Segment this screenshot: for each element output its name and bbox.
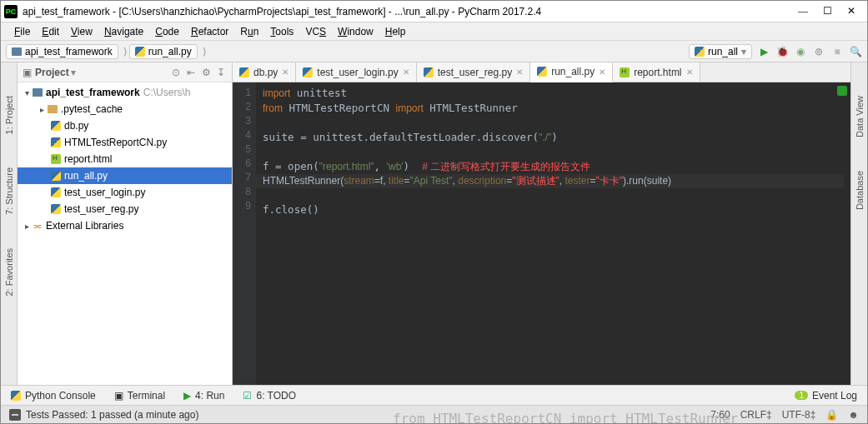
settings-icon[interactable]: ⚙ xyxy=(200,67,212,78)
code-content[interactable]: import unittest from HTMLTestReportCN im… xyxy=(256,82,850,385)
tab-label: run_all.py xyxy=(551,66,595,77)
tab-reg[interactable]: test_user_reg.py✕ xyxy=(417,62,530,82)
line-no: 5 xyxy=(233,142,251,157)
tree-htmltestreport[interactable]: HTMLTestReportCN.py xyxy=(18,134,232,151)
tree-item-label: HTMLTestReportCN.py xyxy=(64,137,167,148)
close-button[interactable]: ✕ xyxy=(847,5,855,17)
rail-structure[interactable]: 7: Structure xyxy=(4,167,14,215)
autoscroll-icon[interactable]: ⊙ xyxy=(170,67,182,78)
expand-icon[interactable]: ▾ xyxy=(21,88,33,97)
python-file-icon xyxy=(424,67,434,77)
menu-navigate[interactable]: Navigate xyxy=(99,24,148,39)
python-file-icon xyxy=(51,187,61,197)
btn-terminal[interactable]: ▣Terminal xyxy=(114,390,165,402)
minimize-button[interactable]: — xyxy=(798,5,808,17)
label: Event Log xyxy=(812,390,857,402)
close-icon[interactable]: ✕ xyxy=(516,67,523,77)
line-no: 7 xyxy=(233,171,251,185)
lock-icon[interactable]: 🔒 xyxy=(825,409,838,421)
navigation-bar: api_test_framework ⟩ run_all.py ⟩ run_al… xyxy=(1,41,867,62)
tab-report[interactable]: report.html✕ xyxy=(613,62,700,82)
python-file-icon xyxy=(51,171,61,181)
stop-button[interactable]: ■ xyxy=(830,46,844,57)
tree-test-login[interactable]: test_user_login.py xyxy=(18,184,232,201)
tab-label: test_user_reg.py xyxy=(438,67,512,78)
close-icon[interactable]: ✕ xyxy=(686,67,693,77)
debug-button[interactable]: 🐞 xyxy=(775,46,789,57)
menu-run[interactable]: Run xyxy=(235,24,263,39)
rail-favorites[interactable]: 2: Favorites xyxy=(4,248,14,296)
close-icon[interactable]: ✕ xyxy=(599,67,605,77)
event-count: 1 xyxy=(795,391,808,400)
breadcrumb-root-label: api_test_framework xyxy=(25,46,113,57)
btn-event-log[interactable]: 1Event Log xyxy=(795,390,857,402)
line-no: 6 xyxy=(233,157,251,171)
hide-icon[interactable]: ↧ xyxy=(215,67,227,78)
tree-run-all[interactable]: run_all.py xyxy=(18,167,232,184)
tree-db-py[interactable]: db.py xyxy=(18,117,232,134)
menu-file[interactable]: File xyxy=(9,24,35,39)
line-no: 8 xyxy=(233,185,251,199)
menu-view[interactable]: View xyxy=(66,24,98,39)
rail-database[interactable]: Database xyxy=(855,171,865,210)
menu-refactor[interactable]: Refactor xyxy=(186,24,233,39)
menu-help[interactable]: Help xyxy=(380,24,411,39)
label: Python Console xyxy=(25,390,96,402)
run-config-selector[interactable]: run_all ▾ xyxy=(689,44,752,59)
inspect-icon[interactable]: ☻ xyxy=(848,409,859,421)
tree-pytest-cache[interactable]: ▸ .pytest_cache xyxy=(18,101,232,117)
left-tool-rail: 1: Project 7: Structure 2: Favorites xyxy=(1,62,18,385)
tree-external-libs[interactable]: ▸ ⫘ External Libraries xyxy=(18,217,232,234)
project-dir-icon xyxy=(33,88,43,97)
tree-report-html[interactable]: report.html xyxy=(18,151,232,167)
maximize-button[interactable]: ☐ xyxy=(823,5,832,17)
profile-button[interactable]: ⊚ xyxy=(812,46,825,57)
project-tool-icon: ▣ xyxy=(23,67,32,78)
expand-icon[interactable]: ▸ xyxy=(21,222,33,231)
encoding[interactable]: UTF-8‡ xyxy=(782,409,816,421)
tree-root[interactable]: ▾ api_test_framework C:\Users\h xyxy=(18,84,232,101)
line-no: 3 xyxy=(233,114,251,128)
python-file-icon xyxy=(51,137,61,147)
expand-icon[interactable]: ▸ xyxy=(36,105,48,114)
run-button[interactable]: ▶ xyxy=(757,46,770,57)
python-file-icon xyxy=(51,204,61,214)
btn-todo[interactable]: ☑6: TODO xyxy=(243,390,296,402)
project-tree[interactable]: ▾ api_test_framework C:\Users\h ▸ .pytes… xyxy=(18,82,232,385)
tab-login[interactable]: test_user_login.py✕ xyxy=(296,62,416,82)
collapse-icon[interactable]: ⇤ xyxy=(185,67,197,78)
menu-vcs[interactable]: VCS xyxy=(300,24,331,39)
tab-run-all[interactable]: run_all.py✕ xyxy=(530,62,613,82)
pycharm-icon: PC xyxy=(4,5,18,18)
titlebar: PC api_test_framework - [C:\Users\hanzhi… xyxy=(1,1,867,22)
tool-window-bar: Python Console ▣Terminal ▶4: Run ☑6: TOD… xyxy=(1,385,867,405)
search-button[interactable]: 🔍 xyxy=(849,46,862,57)
menu-code[interactable]: Code xyxy=(150,24,184,39)
tab-label: report.html xyxy=(634,67,681,78)
editor-tabs: db.py✕ test_user_login.py✕ test_user_reg… xyxy=(233,62,850,82)
tree-test-reg[interactable]: test_user_reg.py xyxy=(18,201,232,217)
tab-db[interactable]: db.py✕ xyxy=(233,62,296,82)
tab-label: test_user_login.py xyxy=(317,67,398,78)
btn-run[interactable]: ▶4: Run xyxy=(183,390,224,402)
label: Terminal xyxy=(128,390,165,402)
rail-project[interactable]: 1: Project xyxy=(4,96,14,134)
line-no: 2 xyxy=(233,100,251,114)
menu-window[interactable]: Window xyxy=(333,24,379,39)
close-icon[interactable]: ✕ xyxy=(403,67,409,77)
menu-edit[interactable]: Edit xyxy=(37,24,64,39)
breadcrumb-file[interactable]: run_all.py xyxy=(129,44,198,59)
code-editor[interactable]: 1 2 3 4 5 6 7 8 9 import unittest from H… xyxy=(233,82,850,385)
line-separator[interactable]: CRLF‡ xyxy=(740,409,772,421)
window-title: api_test_framework - [C:\Users\hanzhicha… xyxy=(23,6,798,17)
menu-tools[interactable]: Tools xyxy=(265,24,299,39)
close-icon[interactable]: ✕ xyxy=(282,67,288,77)
btn-python-console[interactable]: Python Console xyxy=(11,390,96,402)
python-file-icon xyxy=(537,67,547,77)
breadcrumb-root[interactable]: api_test_framework xyxy=(6,44,118,59)
library-icon: ⫘ xyxy=(33,220,43,232)
rail-dataview[interactable]: Data View xyxy=(855,96,865,137)
coverage-button[interactable]: ◉ xyxy=(794,46,807,57)
tree-item-label: External Libraries xyxy=(46,220,123,232)
dropdown-icon[interactable]: ▾ xyxy=(71,67,76,78)
